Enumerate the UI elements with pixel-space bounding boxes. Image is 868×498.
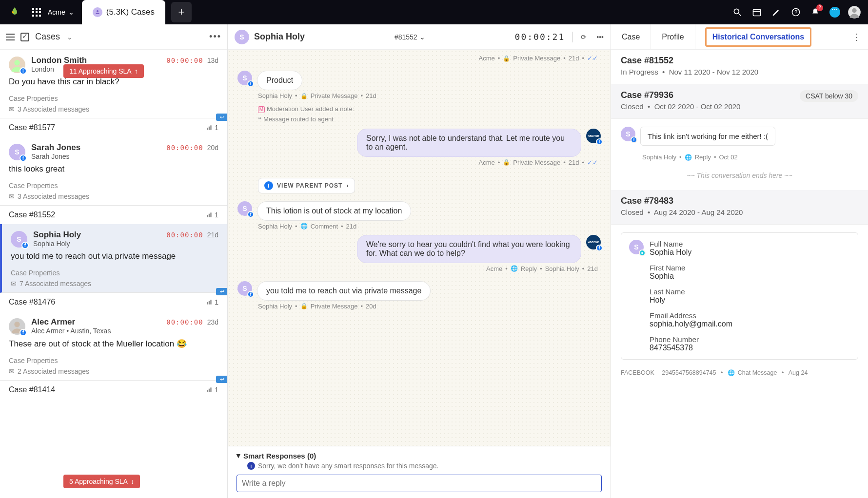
historical-case[interactable]: Case #81552 In Progress • Nov 11 2020 - … [611, 50, 868, 84]
list-title[interactable]: Cases [35, 32, 60, 42]
facebook-icon: f [631, 136, 637, 143]
chevron-down-icon[interactable]: ⌄ [68, 8, 74, 16]
tab-cases[interactable]: (5.3K) Cases [82, 0, 165, 24]
message-bubble[interactable]: Product [257, 71, 302, 90]
apps-menu-icon[interactable] [32, 8, 41, 17]
smart-responses-toggle[interactable]: ▾Smart Responses (0) [228, 446, 611, 462]
view-parent-post-button[interactable]: fVIEW PARENT POST› [258, 178, 355, 193]
brand-avatar: •acmef [586, 129, 601, 143]
envelope-icon: ✉ [9, 192, 15, 200]
case-group-header[interactable]: ↩ Case #81577 1 [0, 118, 227, 137]
associated-messages-link[interactable]: ✉3 Associated messages [9, 190, 218, 200]
facebook-icon: f [264, 181, 273, 190]
historical-case[interactable]: Case #78483 Closed • Aug 24 2020 - Aug 2… [611, 190, 868, 225]
sla-approaching-pill[interactable]: 5 Approaching SLA↓ [63, 475, 140, 488]
read-receipt-icon: ✓✓ [587, 159, 598, 166]
message-meta: Sophia Holy•🔒Private Message•20d [258, 303, 601, 310]
case-properties-link[interactable]: Case Properties [9, 92, 218, 102]
sla-approaching-pill[interactable]: 11 Approaching SLA↑ [63, 64, 144, 78]
svg-line-2 [739, 14, 741, 16]
bar-chart-icon [206, 211, 213, 218]
reply-flag-icon: ↩ [216, 288, 227, 295]
contact-name[interactable]: Sophia Holy [254, 32, 305, 42]
conversation-end-marker: ~~ This conversation ends here ~~ [611, 172, 868, 179]
tab-profile[interactable]: Profile [651, 24, 695, 49]
svg-point-1 [734, 9, 739, 14]
message-bubble-outgoing[interactable]: We're sorry to hear you couldn't find wh… [357, 235, 581, 263]
avatar: S [235, 30, 249, 44]
bar-chart-icon [206, 124, 213, 131]
chevron-down-icon[interactable]: ⌄ [67, 33, 73, 41]
calendar-icon[interactable] [747, 2, 767, 22]
case-item[interactable]: f London Smith London 00:00:0013d Do you… [0, 50, 227, 118]
message-meta: Sophia Holy•🌐Comment•21d [258, 223, 601, 230]
menu-icon[interactable] [6, 34, 15, 40]
message-bubble[interactable]: This lotion is out of stock at my locati… [257, 201, 411, 221]
workspace-name[interactable]: Acme [48, 8, 65, 16]
case-group-header[interactable]: Case #81552 1 [0, 206, 227, 224]
reply-input[interactable] [237, 475, 602, 492]
facebook-icon: f [596, 245, 603, 251]
topbar: Acme ⌄ (5.3K) Cases + ? 2 [0, 0, 868, 24]
refresh-icon[interactable]: ⟳ [581, 33, 587, 41]
associated-messages-link[interactable]: ✉2 Associated messages [9, 364, 218, 375]
historical-case[interactable]: CSAT below 30 Case #79936 Closed • Oct 0… [611, 84, 868, 119]
case-item[interactable]: Sf Sarah Jones Sarah Jones 00:00:0020d t… [0, 137, 227, 206]
more-icon[interactable]: ⋮ [846, 32, 868, 42]
svg-rect-13 [207, 215, 208, 217]
globe-icon: 🌐 [300, 223, 308, 230]
case-list-header: Cases ⌄ ••• [0, 24, 227, 50]
caret-down-icon: ▾ [237, 451, 240, 460]
svg-rect-16 [207, 302, 208, 305]
facebook-icon: f [20, 329, 27, 336]
case-item-active[interactable]: Sf Sophia Holy Sophia Holy 00:00:0021d y… [0, 224, 227, 293]
associated-messages-link[interactable]: ✉3 Associated messages [9, 102, 218, 113]
case-number-dropdown[interactable]: #81552⌄ [395, 33, 425, 41]
chat-icon[interactable] [825, 2, 845, 22]
message-meta: Acme•🔒Private Message•21d•✓✓ [237, 158, 601, 171]
message-source-footer: FACEBOOK 2945547568894745 • 🌐Chat Messag… [611, 367, 868, 379]
case-properties-link[interactable]: Case Properties [9, 354, 218, 364]
notifications-icon[interactable]: 2 [806, 2, 825, 22]
edit-icon[interactable] [767, 2, 786, 22]
avatar: Sf [9, 144, 25, 160]
bar-chart-icon [206, 299, 213, 306]
info-icon: i [247, 462, 255, 470]
user-avatar-icon[interactable] [845, 2, 864, 22]
app-logo [9, 6, 20, 18]
message-bubble[interactable]: you told me to reach out via private mes… [257, 281, 431, 301]
facebook-icon: f [247, 80, 254, 87]
smart-responses-empty: iSorry, we don't have any smart response… [228, 462, 611, 475]
facebook-icon: f [596, 138, 603, 145]
select-all-checkbox[interactable] [20, 33, 29, 41]
more-icon[interactable]: ••• [596, 33, 604, 41]
message-bubble-outgoing[interactable]: Sorry, I was not able to understand that… [357, 129, 581, 157]
add-tab-button[interactable]: + [171, 2, 192, 22]
help-icon[interactable]: ? [786, 2, 806, 22]
details-panel: Case Profile Historical Conversations ⋮ … [611, 24, 868, 498]
associated-messages-link[interactable]: ✉7 Associated messages [11, 277, 218, 287]
tab-avatar-icon [93, 7, 102, 17]
historical-message: Sf This link isn't working for me either… [621, 127, 858, 146]
bar-chart-icon [206, 386, 213, 393]
case-properties-link[interactable]: Case Properties [11, 266, 218, 277]
globe-icon: 🌐 [728, 369, 735, 376]
lock-icon: 🔒 [300, 303, 308, 309]
svg-text:?: ? [794, 9, 797, 15]
lock-icon: 🔒 [503, 55, 510, 62]
case-properties-link[interactable]: Case Properties [9, 179, 218, 190]
tab-historical-conversations[interactable]: Historical Conversations [705, 27, 812, 47]
case-group-header[interactable]: ↩ Case #81476 1 [0, 293, 227, 311]
case-item[interactable]: f Alec Armer Alec Armer • Austin, Texas … [0, 311, 227, 381]
search-icon[interactable] [728, 2, 747, 22]
svg-rect-3 [753, 9, 761, 16]
moderation-quote: ❝Message routed to agent [258, 115, 601, 125]
svg-rect-20 [207, 390, 208, 392]
conversation-body: Acme•🔒Private Message•21d•✓✓ Sf Product … [228, 50, 611, 446]
svg-rect-15 [211, 212, 212, 217]
case-group-header[interactable]: ↩ Case #81414 1 [0, 381, 227, 399]
envelope-icon: ✉ [9, 105, 15, 113]
reply-flag-icon: ↩ [216, 114, 227, 121]
tab-case[interactable]: Case [611, 24, 651, 49]
more-icon[interactable]: ••• [209, 32, 221, 42]
